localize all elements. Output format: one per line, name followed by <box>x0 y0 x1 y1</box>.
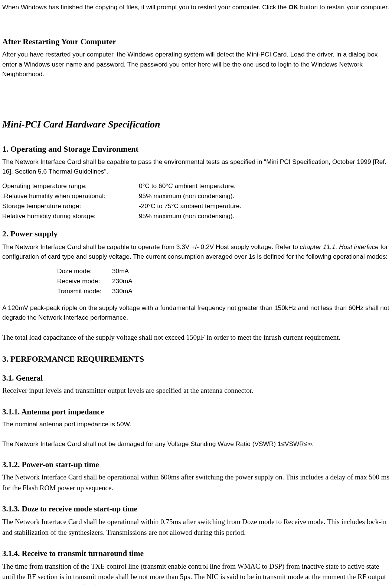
intro-paragraph: When Windows has finished the copying of… <box>2 2 390 12</box>
spec-value: -20°C to 75°C ambient temperature. <box>139 201 390 211</box>
ok-bold: OK <box>288 3 298 11</box>
antenna-paragraph-1: The nominal antenna port impedance is 50… <box>2 419 390 429</box>
intro-text-pre: When Windows has finished the copying of… <box>2 3 288 11</box>
antenna-paragraph-2: The Network Interface Card shall not be … <box>2 439 390 449</box>
spec-label: Storage temperature range: <box>2 201 139 211</box>
power-paragraph-2: A 120mV peak-peak ripple on the supply v… <box>2 303 390 323</box>
perf-heading: 3. PERFORMANCE REQUIREMENTS <box>2 353 390 365</box>
mode-row: Transmit mode: 330mA <box>57 286 390 296</box>
env-paragraph: The Network Interface Card shall be capa… <box>2 157 390 177</box>
doze-heading: 3.1.3. Doze to receive mode start-up tim… <box>2 503 390 515</box>
env-spec-table: Operating temperature range: 0°C to 60°C… <box>2 181 390 221</box>
general-heading: 3.1. General <box>2 372 390 384</box>
spec-label: .Relative humidity when operational: <box>2 191 139 201</box>
spec-row: Operating temperature range: 0°C to 60°C… <box>2 181 390 191</box>
mode-row: Doze mode: 30mA <box>57 266 390 276</box>
mode-value: 330mA <box>112 286 133 296</box>
spec-title: Mini-PCI Card Hardware Specification <box>2 117 390 132</box>
spec-row: Storage temperature range: -20°C to 75°C… <box>2 201 390 211</box>
intro-text-post: button to restart your computer. <box>298 3 389 11</box>
power-paragraph-1: The Network Interface Card shall be capa… <box>2 242 390 262</box>
spec-row: .Relative humidity when operational: 95%… <box>2 191 390 201</box>
spec-value: 0°C to 60°C ambient temperature. <box>139 181 390 191</box>
power-p1-pre: The Network Interface Card shall be capa… <box>2 243 300 251</box>
rx2tx-paragraph: The time from transition of the TXE cont… <box>2 561 390 585</box>
power-paragraph-3: The total load capacitance of the supply… <box>2 332 390 343</box>
mode-value: 230mA <box>112 276 133 286</box>
modes-table: Doze mode: 30mA Receive mode: 230mA Tran… <box>57 266 390 296</box>
doze-paragraph: The Network Interface Card shall be oper… <box>2 517 390 538</box>
poweron-heading: 3.1.2. Power-on start-up time <box>2 459 390 471</box>
mode-value: 30mA <box>112 266 129 276</box>
mode-label: Doze mode: <box>57 266 112 276</box>
power-heading: 2. Power supply <box>2 227 390 240</box>
env-heading: 1. Operating and Storage Environment <box>2 143 390 155</box>
spec-value: 95% maximum (non condensing). <box>139 191 390 201</box>
spec-value: 95% maximum (non condensing). <box>139 211 390 221</box>
general-paragraph: Receiver input levels and transmitter ou… <box>2 385 390 396</box>
rx2tx-heading: 3.1.4. Receive to transmit turnaround ti… <box>2 547 390 560</box>
spec-row: Relative humidity during storage: 95% ma… <box>2 211 390 221</box>
antenna-heading: 3.1.1. Antenna port impedance <box>2 406 390 418</box>
restart-heading: After Restarting Your Computer <box>2 35 390 48</box>
restart-paragraph: After you have restarted your computer, … <box>2 49 390 79</box>
mode-label: Transmit mode: <box>57 286 112 296</box>
poweron-paragraph: The Network Interface Card shall be oper… <box>2 472 390 493</box>
power-p1-italic: chapter 11.1. Host interface <box>300 243 380 251</box>
spec-label: Relative humidity during storage: <box>2 211 139 221</box>
spec-label: Operating temperature range: <box>2 181 139 191</box>
mode-label: Receive mode: <box>57 276 112 286</box>
mode-row: Receive mode: 230mA <box>57 276 390 286</box>
